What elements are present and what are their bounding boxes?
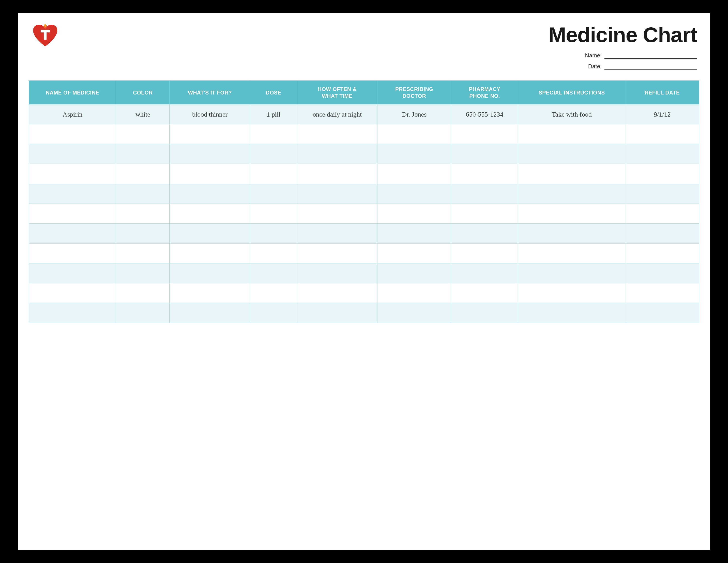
cell-refill-4[interactable] (625, 184, 699, 204)
cell-doctor-8[interactable] (377, 263, 451, 283)
cell-whats_for-0[interactable]: blood thinner (170, 104, 250, 124)
cell-whats_for-10[interactable] (170, 303, 250, 323)
cell-pharmacy-4[interactable] (451, 184, 518, 204)
cell-name-7[interactable] (29, 243, 116, 263)
cell-refill-1[interactable] (625, 124, 699, 144)
cell-whats_for-6[interactable] (170, 224, 250, 243)
date-input-line[interactable] (604, 63, 697, 70)
cell-whats_for-3[interactable] (170, 164, 250, 184)
cell-color-2[interactable] (116, 144, 170, 164)
cell-dose-10[interactable] (250, 303, 297, 323)
cell-pharmacy-2[interactable] (451, 144, 518, 164)
cell-special-9[interactable] (518, 283, 625, 303)
cell-color-1[interactable] (116, 124, 170, 144)
cell-doctor-5[interactable] (377, 204, 451, 224)
cell-color-4[interactable] (116, 184, 170, 204)
cell-doctor-7[interactable] (377, 243, 451, 263)
cell-refill-0[interactable]: 9/1/12 (625, 104, 699, 124)
cell-doctor-6[interactable] (377, 224, 451, 243)
cell-whats_for-2[interactable] (170, 144, 250, 164)
cell-whats_for-4[interactable] (170, 184, 250, 204)
cell-color-7[interactable] (116, 243, 170, 263)
cell-how_often-2[interactable] (297, 144, 377, 164)
cell-special-4[interactable] (518, 184, 625, 204)
cell-refill-6[interactable] (625, 224, 699, 243)
cell-doctor-3[interactable] (377, 164, 451, 184)
cell-dose-1[interactable] (250, 124, 297, 144)
cell-refill-8[interactable] (625, 263, 699, 283)
cell-doctor-10[interactable] (377, 303, 451, 323)
cell-how_often-10[interactable] (297, 303, 377, 323)
cell-doctor-2[interactable] (377, 144, 451, 164)
cell-doctor-0[interactable]: Dr. Jones (377, 104, 451, 124)
cell-name-0[interactable]: Aspirin (29, 104, 116, 124)
cell-pharmacy-5[interactable] (451, 204, 518, 224)
cell-refill-3[interactable] (625, 164, 699, 184)
cell-pharmacy-8[interactable] (451, 263, 518, 283)
cell-name-1[interactable] (29, 124, 116, 144)
cell-special-7[interactable] (518, 243, 625, 263)
cell-name-5[interactable] (29, 204, 116, 224)
cell-dose-9[interactable] (250, 283, 297, 303)
cell-refill-9[interactable] (625, 283, 699, 303)
cell-refill-10[interactable] (625, 303, 699, 323)
cell-how_often-1[interactable] (297, 124, 377, 144)
cell-whats_for-5[interactable] (170, 204, 250, 224)
cell-color-6[interactable] (116, 224, 170, 243)
cell-special-10[interactable] (518, 303, 625, 323)
cell-dose-6[interactable] (250, 224, 297, 243)
cell-how_often-8[interactable] (297, 263, 377, 283)
cell-special-8[interactable] (518, 263, 625, 283)
cell-name-10[interactable] (29, 303, 116, 323)
cell-pharmacy-9[interactable] (451, 283, 518, 303)
cell-special-3[interactable] (518, 164, 625, 184)
cell-how_often-0[interactable]: once daily at night (297, 104, 377, 124)
cell-how_often-6[interactable] (297, 224, 377, 243)
cell-special-6[interactable] (518, 224, 625, 243)
cell-doctor-9[interactable] (377, 283, 451, 303)
cell-how_often-5[interactable] (297, 204, 377, 224)
cell-how_often-4[interactable] (297, 184, 377, 204)
cell-doctor-1[interactable] (377, 124, 451, 144)
cell-dose-2[interactable] (250, 144, 297, 164)
name-input-line[interactable] (604, 53, 697, 59)
cell-pharmacy-6[interactable] (451, 224, 518, 243)
cell-pharmacy-7[interactable] (451, 243, 518, 263)
cell-dose-5[interactable] (250, 204, 297, 224)
cell-special-2[interactable] (518, 144, 625, 164)
cell-color-8[interactable] (116, 263, 170, 283)
cell-name-3[interactable] (29, 164, 116, 184)
cell-dose-3[interactable] (250, 164, 297, 184)
cell-dose-8[interactable] (250, 263, 297, 283)
cell-doctor-4[interactable] (377, 184, 451, 204)
cell-how_often-3[interactable] (297, 164, 377, 184)
cell-color-5[interactable] (116, 204, 170, 224)
cell-refill-7[interactable] (625, 243, 699, 263)
cell-how_often-9[interactable] (297, 283, 377, 303)
cell-dose-0[interactable]: 1 pill (250, 104, 297, 124)
cell-whats_for-1[interactable] (170, 124, 250, 144)
cell-dose-4[interactable] (250, 184, 297, 204)
cell-whats_for-9[interactable] (170, 283, 250, 303)
cell-name-8[interactable] (29, 263, 116, 283)
cell-pharmacy-10[interactable] (451, 303, 518, 323)
cell-pharmacy-0[interactable]: 650-555-1234 (451, 104, 518, 124)
cell-color-3[interactable] (116, 164, 170, 184)
cell-color-0[interactable]: white (116, 104, 170, 124)
cell-name-2[interactable] (29, 144, 116, 164)
cell-special-1[interactable] (518, 124, 625, 144)
cell-special-0[interactable]: Take with food (518, 104, 625, 124)
cell-special-5[interactable] (518, 204, 625, 224)
cell-dose-7[interactable] (250, 243, 297, 263)
cell-color-9[interactable] (116, 283, 170, 303)
cell-name-9[interactable] (29, 283, 116, 303)
cell-how_often-7[interactable] (297, 243, 377, 263)
cell-color-10[interactable] (116, 303, 170, 323)
cell-refill-2[interactable] (625, 144, 699, 164)
cell-pharmacy-3[interactable] (451, 164, 518, 184)
cell-name-6[interactable] (29, 224, 116, 243)
cell-refill-5[interactable] (625, 204, 699, 224)
cell-whats_for-8[interactable] (170, 263, 250, 283)
cell-name-4[interactable] (29, 184, 116, 204)
cell-whats_for-7[interactable] (170, 243, 250, 263)
